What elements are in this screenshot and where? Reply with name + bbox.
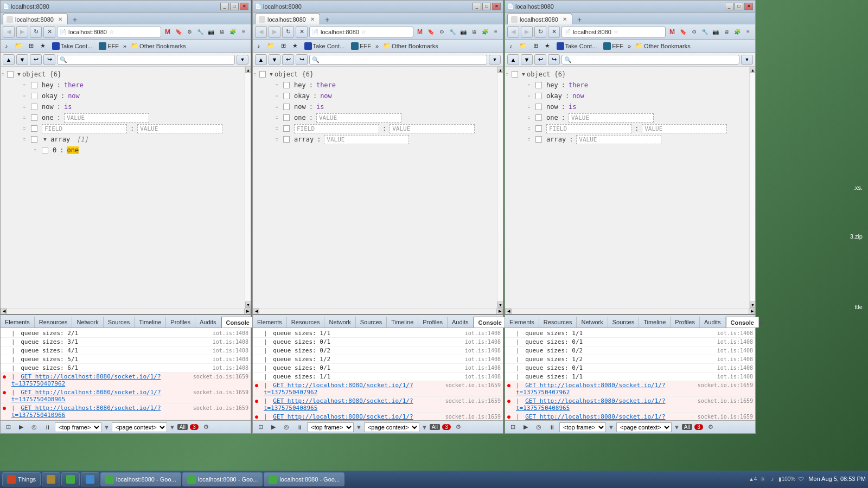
devtools-tab-elements[interactable]: Elements <box>505 317 539 328</box>
scroll-down-btn[interactable]: ▼ <box>750 301 755 308</box>
back-button[interactable]: ◀ <box>507 26 519 38</box>
error-link[interactable]: GET http://localhost:8080/socket.io/1/?t… <box>264 382 413 396</box>
inspector-undo-btn[interactable]: ↩ <box>282 54 294 65</box>
camera-icon[interactable]: 📷 <box>458 27 468 37</box>
monitor-icon[interactable]: 🖥 <box>217 27 227 37</box>
prop-checkbox[interactable] <box>535 136 542 143</box>
field-input[interactable] <box>546 124 631 133</box>
devtools-tab-resources[interactable]: Resources <box>287 317 325 328</box>
bookmark-puzzle[interactable]: ⊞ <box>531 42 540 50</box>
settings-icon[interactable]: ⚙ <box>437 27 446 37</box>
inspector-up-btn[interactable]: ▲ <box>3 54 15 65</box>
devtools-tab-elements[interactable]: Elements <box>253 317 287 328</box>
h-scroll-right-btn[interactable]: ▶ <box>244 309 251 314</box>
expand-arrow[interactable]: ▼ <box>268 71 275 78</box>
maximize-button[interactable]: □ <box>230 3 239 10</box>
inspector-down-btn[interactable]: ▼ <box>521 54 533 65</box>
console-pause-btn[interactable]: ⏸ <box>546 422 557 432</box>
inspector-down-btn[interactable]: ▼ <box>16 54 28 65</box>
bookmark-star[interactable]: ★ <box>542 42 552 50</box>
bookmark-folder[interactable]: 📁 Other Bookmarks <box>129 42 188 50</box>
value-input[interactable] <box>137 124 222 133</box>
bookmark-folder[interactable]: 📁 Other Bookmarks <box>633 42 693 50</box>
bookmark-file[interactable]: 📁 <box>12 42 24 50</box>
scroll-up-btn[interactable]: ▲ <box>497 67 503 73</box>
devtools-tab-console[interactable]: Console <box>726 317 759 328</box>
devtools-tab-sources[interactable]: Sources <box>104 317 135 328</box>
active-tab[interactable]: localhost:8080 ✕ <box>3 14 68 24</box>
inspector-search-input[interactable] <box>309 55 487 65</box>
error-link[interactable]: GET http://localhost:8080/socket.io/1/?t… <box>516 397 666 412</box>
vertical-scrollbar[interactable]: ▲ ▼ <box>245 67 251 308</box>
gmail-icon[interactable]: M <box>415 27 425 37</box>
error-link[interactable]: GET http://localhost:8080/socket.io/1/?t… <box>264 397 413 412</box>
prop-checkbox[interactable] <box>535 82 542 88</box>
inspector-search-input[interactable] <box>561 55 739 65</box>
reload-button[interactable]: ↻ <box>30 26 42 38</box>
monitor-icon[interactable]: 🖥 <box>469 27 479 37</box>
devtools-tab-timeline[interactable]: Timeline <box>387 317 418 328</box>
prop-checkbox[interactable] <box>535 114 542 121</box>
frame-select[interactable]: <top frame> <box>559 422 606 432</box>
context-select[interactable]: <page context> <box>616 422 672 432</box>
devtools-tab-audits[interactable]: Audits <box>195 317 221 328</box>
prop-checkbox[interactable] <box>42 147 48 153</box>
back-button[interactable]: ◀ <box>3 26 15 38</box>
bookmark-icon[interactable]: 🔖 <box>678 27 688 37</box>
menu-icon[interactable]: ≡ <box>239 27 248 37</box>
console-inspect-btn[interactable]: ⊡ <box>255 422 266 432</box>
gmail-icon[interactable]: M <box>163 27 173 37</box>
expand-arrow[interactable]: ▼ <box>42 136 48 143</box>
devtools-tab-console[interactable]: Console <box>221 317 254 328</box>
active-tab[interactable]: localhost:8080 ✕ <box>507 14 572 24</box>
prop-checkbox[interactable] <box>31 114 37 121</box>
frame-select[interactable]: <top frame> <box>307 422 354 432</box>
taskbar-things[interactable]: Things <box>2 472 41 486</box>
puzzle-icon[interactable]: 🧩 <box>228 27 238 37</box>
inspector-dropdown[interactable]: ▼ <box>489 55 501 65</box>
frame-select[interactable]: <top frame> <box>55 422 101 432</box>
bookmark-eff[interactable]: EFF <box>601 42 626 50</box>
value-input[interactable] <box>390 124 475 133</box>
puzzle-icon[interactable]: 🧩 <box>480 27 490 37</box>
bookmark-file[interactable]: 📁 <box>517 42 529 50</box>
inspector-up-btn[interactable]: ▲ <box>255 54 267 65</box>
devtools-tab-resources[interactable]: Resources <box>35 317 73 328</box>
scroll-down-btn[interactable]: ▼ <box>245 301 251 308</box>
console-exec-btn[interactable]: ▶ <box>16 422 27 432</box>
console-pause-btn[interactable]: ⏸ <box>294 422 305 432</box>
console-scope-btn[interactable]: ◎ <box>281 422 292 432</box>
forward-button[interactable]: ▶ <box>16 26 28 38</box>
inspector-dropdown[interactable]: ▼ <box>237 55 248 65</box>
value-input[interactable] <box>569 113 654 123</box>
bookmark-star[interactable]: ★ <box>38 42 48 50</box>
root-checkbox[interactable] <box>259 71 266 78</box>
puzzle-icon[interactable]: 🧩 <box>732 27 742 37</box>
taskbar-chrome2[interactable] <box>81 472 99 486</box>
error-link[interactable]: GET http://localhost:8080/socket.io/1/?t… <box>11 404 161 419</box>
context-select[interactable]: <page context> <box>364 422 419 432</box>
prop-checkbox[interactable] <box>283 114 290 121</box>
console-exec-btn[interactable]: ▶ <box>268 422 279 432</box>
console-gear-btn[interactable]: ⚙ <box>201 422 212 432</box>
value-input[interactable] <box>576 135 661 144</box>
field-input[interactable] <box>42 124 127 133</box>
console-inspect-btn[interactable]: ⊡ <box>3 422 14 432</box>
root-checkbox[interactable] <box>7 71 14 78</box>
horizontal-scrollbar[interactable]: ◀ ▶ <box>1 308 251 314</box>
taskbar-tab2[interactable]: localhost:8080 - Goo... <box>182 472 263 486</box>
expand-arrow[interactable]: ▼ <box>520 71 527 78</box>
devtools-tab-audits[interactable]: Audits <box>448 317 474 328</box>
devtools-tab-console[interactable]: Console <box>474 317 507 328</box>
minimize-button[interactable]: _ <box>725 3 733 10</box>
root-checkbox[interactable] <box>512 71 518 78</box>
forward-button[interactable]: ▶ <box>521 26 533 38</box>
prop-checkbox[interactable] <box>535 125 542 132</box>
inspector-undo-btn[interactable]: ↩ <box>30 54 42 65</box>
tools-icon[interactable]: 🔧 <box>448 27 457 37</box>
taskbar-tab1[interactable]: localhost:8080 - Goo... <box>100 472 181 486</box>
menu-icon[interactable]: ≡ <box>491 27 501 37</box>
inspector-undo-btn[interactable]: ↩ <box>534 54 546 65</box>
vertical-scrollbar[interactable]: ▲ ▼ <box>497 67 503 308</box>
prop-checkbox[interactable] <box>31 125 37 132</box>
